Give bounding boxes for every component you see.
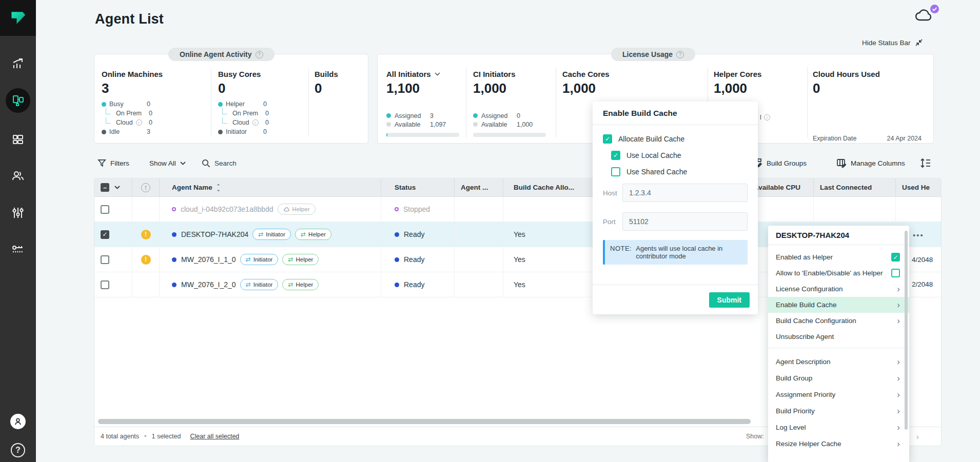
- menu-item-unsubscribe-agent[interactable]: Unsubscribe Agent: [768, 329, 909, 345]
- stat-label: Busy Cores: [218, 70, 303, 78]
- helper-chip: ⇄Helper: [295, 229, 331, 240]
- note-text: Agents will use local cache in contribut…: [636, 245, 742, 260]
- agent-name-header[interactable]: Agent Name ⌃⌃: [160, 178, 381, 196]
- incredibuild-logo[interactable]: [0, 0, 36, 36]
- info-icon[interactable]: i: [136, 119, 142, 126]
- assigned-label: Assigned: [395, 112, 421, 119]
- show-all-dropdown[interactable]: Show All: [149, 156, 186, 170]
- row-checkbox[interactable]: [101, 255, 109, 264]
- cloud-status-button[interactable]: [914, 7, 937, 25]
- menu-item-build-group[interactable]: Build Group›: [768, 370, 909, 386]
- info-icon[interactable]: ?: [256, 51, 263, 58]
- menu-item-log-level[interactable]: Log Level›: [768, 419, 909, 435]
- agent-header[interactable]: Agent ...: [455, 178, 503, 196]
- sort-icon[interactable]: ⌃⌃: [217, 185, 221, 191]
- available-cpu-header-label: Available CPU: [754, 184, 800, 191]
- row-checkbox[interactable]: [101, 280, 109, 289]
- sidebar-help[interactable]: ?: [0, 438, 36, 462]
- helper-chip: ⇄Helper: [282, 279, 319, 290]
- checkbox[interactable]: ✓: [891, 269, 900, 277]
- warning-icon[interactable]: !: [141, 255, 151, 265]
- horizontal-scrollbar[interactable]: [98, 419, 751, 424]
- chevron-down-icon[interactable]: [114, 186, 120, 189]
- menu-item-enable-build-cache[interactable]: Enable Build Cache›: [768, 297, 909, 313]
- warning-icon[interactable]: !: [141, 230, 151, 239]
- status-text: Ready: [404, 280, 424, 289]
- port-input[interactable]: [622, 212, 748, 231]
- use-local-cache-checkbox[interactable]: ✓ Use Local Cache: [611, 151, 758, 160]
- status-header[interactable]: Status: [381, 178, 455, 196]
- search-control[interactable]: Search: [202, 156, 237, 170]
- tree-value: 3: [147, 128, 150, 135]
- chevron-right-icon: ›: [897, 316, 900, 325]
- row-checkbox[interactable]: [101, 205, 109, 214]
- alert-column-header: !: [132, 178, 160, 196]
- menu-item-enabled-as-helper[interactable]: Enabled as Helper ✓: [768, 249, 909, 265]
- online-machines-stat: Online Machines 3 Busy0 On Prem0 Cloudi0…: [102, 70, 207, 136]
- port-label: Port: [603, 218, 622, 226]
- next-page-icon[interactable]: ›: [916, 432, 919, 441]
- sidebar-account[interactable]: [0, 409, 36, 434]
- available-cpu-header[interactable]: Available CPU: [750, 178, 814, 196]
- clear-selected-link[interactable]: Clear all selected: [190, 433, 239, 440]
- tree-label: Cloud: [116, 119, 133, 126]
- last-connected-header[interactable]: Last Connected: [814, 178, 896, 196]
- analytics-icon: [11, 57, 25, 71]
- menu-item-assignment-priority[interactable]: Assignment Priority›: [768, 386, 909, 403]
- menu-item-build-cache-configuration[interactable]: Build Cache Configuration›: [768, 313, 909, 329]
- build-groups-button[interactable]: Build Groups: [752, 156, 807, 170]
- sidebar-item-agents-active[interactable]: [6, 88, 30, 113]
- used-helper-header[interactable]: Used He: [896, 178, 941, 196]
- menu-item-allow-enable-disable[interactable]: Allow to 'Enable/Disable' as Helper ✓: [768, 265, 909, 281]
- stat-value: 0: [315, 81, 363, 96]
- manage-columns-button[interactable]: Manage Columns: [836, 156, 905, 170]
- menu-item-agent-description[interactable]: Agent Description›: [768, 353, 909, 370]
- chevron-down-icon[interactable]: [435, 72, 440, 76]
- agent-header-label: Agent ...: [461, 184, 488, 191]
- menu-scrollbar[interactable]: [905, 231, 908, 430]
- stat-label: Builds: [315, 70, 363, 78]
- sidebar-item-settings[interactable]: [0, 200, 36, 225]
- sidebar-item-license[interactable]: [0, 237, 36, 262]
- submit-button[interactable]: Submit: [709, 292, 750, 308]
- person-icon: [13, 417, 23, 426]
- info-icon[interactable]: i: [764, 114, 770, 120]
- filters-label: Filters: [110, 159, 129, 167]
- hide-status-bar-button[interactable]: Hide Status Bar: [862, 38, 939, 47]
- use-shared-cache-checkbox[interactable]: ✓ Use Shared Cache: [611, 167, 758, 176]
- table-header-row: – ! Agent Name ⌃⌃ Status Agent ... Build…: [94, 178, 941, 197]
- menu-item-resize-helper-cache[interactable]: Resize Helper Cache›: [768, 435, 909, 452]
- host-input[interactable]: [622, 184, 748, 202]
- allocate-build-cache-checkbox[interactable]: ✓ Allocate Build Cache: [603, 134, 758, 144]
- divider: [556, 67, 556, 138]
- row-more-icon[interactable]: •••: [913, 231, 924, 239]
- tree-value: 0: [263, 128, 267, 135]
- checkbox[interactable]: ✓: [891, 253, 900, 262]
- sidebar-item-users[interactable]: [0, 164, 36, 188]
- filters-button[interactable]: Filters: [97, 156, 129, 170]
- info-icon[interactable]: i: [252, 119, 259, 126]
- row-height-button[interactable]: [920, 156, 931, 170]
- row-checkbox[interactable]: ✓: [101, 230, 109, 239]
- stat-value: 3: [102, 81, 207, 96]
- truncated-text: l: [760, 114, 761, 121]
- select-all-checkbox[interactable]: –: [101, 183, 109, 192]
- build-cache-value: Yes: [514, 280, 525, 289]
- build-cache-header[interactable]: Build Cache Allo...: [503, 178, 597, 196]
- menu-item-build-priority[interactable]: Build Priority›: [768, 403, 909, 419]
- table-row[interactable]: cloud_i-04b92c073e1a8bbdd Helper Stopped: [94, 197, 941, 222]
- status-dot: [395, 207, 399, 211]
- chip-label: Helper: [296, 282, 313, 288]
- truncated-cell-text: 2/2048: [912, 280, 933, 288]
- status-text: Ready: [404, 255, 424, 264]
- logo-icon: [8, 8, 28, 28]
- info-icon[interactable]: ?: [676, 51, 684, 58]
- sidebar-item-builds[interactable]: [0, 127, 36, 152]
- menu-item-license-configuration[interactable]: License Configuration›: [768, 281, 909, 297]
- initiator-icon: ⇄: [246, 256, 251, 263]
- build-groups-label: Build Groups: [767, 159, 807, 167]
- sidebar-item-analytics[interactable]: [0, 52, 36, 76]
- stat-label: All Initiators: [386, 70, 431, 78]
- dialog-title: Enable Build Cache: [593, 102, 758, 125]
- build-cache-value: Yes: [514, 255, 525, 264]
